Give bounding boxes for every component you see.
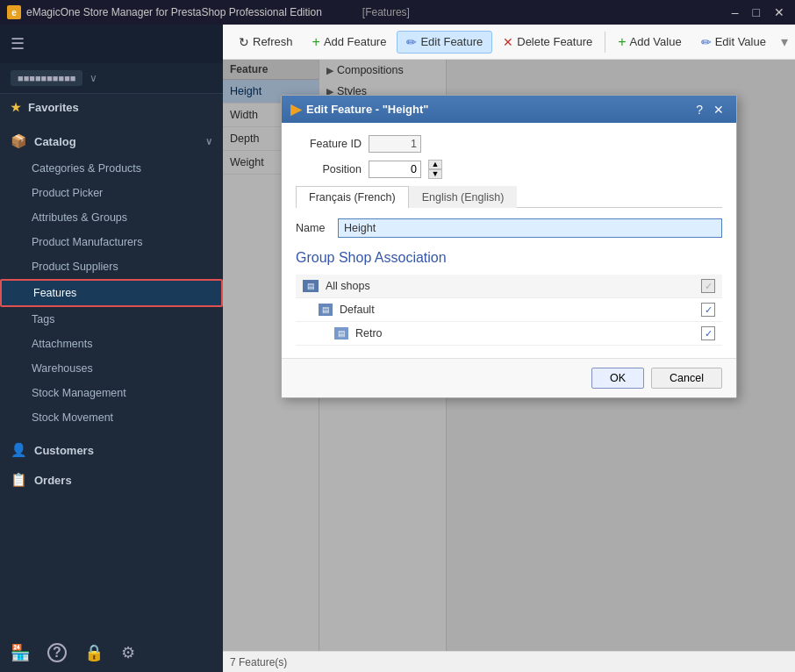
content-area: ↻ Refresh + Add Feature ✏ Edit Feature ✕… <box>223 25 795 672</box>
sidebar: ☰ ■■■■■■■■■■ ∨ ★ Favorites 📦 Catalog ∨ C… <box>0 25 223 672</box>
retro-shop-icon: ▤ <box>334 327 348 340</box>
sidebar-item-warehouses[interactable]: Warehouses <box>0 356 223 381</box>
default-shop-checkbox[interactable] <box>701 303 715 317</box>
minimize-button[interactable]: – <box>728 5 742 19</box>
help-icon[interactable]: ? <box>47 643 67 662</box>
retro-shop-checkbox[interactable] <box>701 326 715 340</box>
features-label: Features <box>33 287 76 299</box>
position-label: Position <box>296 163 362 175</box>
maximize-button[interactable]: □ <box>749 5 763 19</box>
settings-icon[interactable]: ⚙ <box>121 643 135 662</box>
orders-label: Orders <box>34 474 72 487</box>
modal-logo-icon: ▶ <box>290 101 301 118</box>
edit-feature-modal: ▶ Edit Feature - "Height" ? ✕ Feature ID <box>281 95 737 398</box>
refresh-label: Refresh <box>253 35 293 48</box>
all-shops-icon: ▤ <box>303 280 319 292</box>
star-icon: ★ <box>11 101 21 114</box>
favorites-label: Favorites <box>28 101 79 114</box>
feature-panel: Feature Height Width Depth Weight ▶ Comp… <box>223 60 795 651</box>
default-shop-icon: ▤ <box>319 304 333 316</box>
sidebar-item-features[interactable]: Features <box>0 279 223 307</box>
refresh-icon: ↻ <box>239 35 249 49</box>
store-icon[interactable]: 🏪 <box>11 643 30 662</box>
catalog-chevron-icon: ∨ <box>205 136 212 147</box>
position-input[interactable] <box>369 161 421 178</box>
sidebar-item-favorites[interactable]: ★ Favorites <box>0 94 223 121</box>
sidebar-item-orders[interactable]: 📋 Orders <box>0 465 223 495</box>
delete-feature-button[interactable]: ✕ Delete Feature <box>494 32 601 53</box>
edit-feature-button[interactable]: ✏ Edit Feature <box>397 31 492 54</box>
sidebar-item-categories[interactable]: Categories & Products <box>0 156 223 181</box>
sidebar-item-stock-movement[interactable]: Stock Movement <box>0 405 223 430</box>
all-shops-checkbox[interactable] <box>701 279 715 293</box>
close-button[interactable]: ✕ <box>770 5 788 19</box>
modal-title-actions: ? ✕ <box>692 103 727 117</box>
position-row: Position ▲ ▼ <box>296 160 722 179</box>
ok-button[interactable]: OK <box>591 368 644 389</box>
add-value-button[interactable]: + Add Value <box>609 31 690 54</box>
tags-label: Tags <box>32 313 54 325</box>
app-logo: e <box>7 5 21 19</box>
default-shop-label: Default <box>340 304 701 316</box>
toolbar: ↻ Refresh + Add Feature ✏ Edit Feature ✕… <box>223 25 795 60</box>
stock-management-label: Stock Management <box>32 387 126 399</box>
add-feature-icon: + <box>312 34 320 50</box>
stock-movement-label: Stock Movement <box>32 411 113 424</box>
modal-help-button[interactable]: ? <box>692 103 706 117</box>
sidebar-item-customers[interactable]: 👤 Customers <box>0 435 223 465</box>
customers-label: Customers <box>34 444 94 457</box>
hamburger-icon[interactable]: ☰ <box>11 34 25 54</box>
profile-chevron-icon[interactable]: ∨ <box>90 72 97 84</box>
sidebar-item-suppliers[interactable]: Product Suppliers <box>0 254 223 279</box>
french-tab-label: Français (French) <box>309 191 396 204</box>
status-bar: 7 Feature(s) <box>223 651 795 672</box>
lock-icon[interactable]: 🔒 <box>84 643 104 662</box>
title-bar-controls: – □ ✕ <box>728 5 788 19</box>
title-bar: e eMagicOne Store Manager for PrestaShop… <box>0 0 795 25</box>
tab-french[interactable]: Français (French) <box>296 186 409 208</box>
delete-feature-icon: ✕ <box>503 35 513 49</box>
sidebar-section-catalog[interactable]: 📦 Catalog ∨ <box>0 126 223 156</box>
add-feature-button[interactable]: + Add Feature <box>304 31 396 54</box>
feature-id-input[interactable] <box>369 135 421 153</box>
cancel-label: Cancel <box>670 372 704 384</box>
orders-icon: 📋 <box>11 472 27 488</box>
cancel-button[interactable]: Cancel <box>651 368 722 389</box>
edit-value-button[interactable]: ✏ Edit Value <box>692 32 775 53</box>
main-layout: ☰ ■■■■■■■■■■ ∨ ★ Favorites 📦 Catalog ∨ C… <box>0 25 795 672</box>
modal-title-left: ▶ Edit Feature - "Height" <box>290 101 428 118</box>
attachments-label: Attachments <box>32 338 92 350</box>
tab-english[interactable]: English (English) <box>409 186 518 208</box>
modal-footer: OK Cancel <box>282 358 736 397</box>
app-title: eMagicOne Store Manager for PrestaShop P… <box>26 6 322 18</box>
position-up-button[interactable]: ▲ <box>428 160 442 169</box>
title-bar-left: e eMagicOne Store Manager for PrestaShop… <box>7 5 410 19</box>
feature-id-row: Feature ID <box>296 135 722 153</box>
add-value-label: Add Value <box>630 35 682 48</box>
add-feature-label: Add Feature <box>324 35 387 48</box>
modal-close-button[interactable]: ✕ <box>710 103 727 117</box>
edit-value-label: Edit Value <box>715 35 766 48</box>
edit-feature-icon: ✏ <box>406 35 417 49</box>
edit-feature-label: Edit Feature <box>420 35 483 48</box>
position-down-button[interactable]: ▼ <box>428 169 442 179</box>
refresh-button[interactable]: ↻ Refresh <box>230 32 302 53</box>
sidebar-item-attributes[interactable]: Attributes & Groups <box>0 205 223 230</box>
delete-feature-label: Delete Feature <box>517 35 592 48</box>
modal-overlay: ▶ Edit Feature - "Height" ? ✕ Feature ID <box>223 60 795 651</box>
sidebar-item-attachments[interactable]: Attachments <box>0 332 223 356</box>
sidebar-item-tags[interactable]: Tags <box>0 307 223 332</box>
product-picker-label: Product Picker <box>32 187 103 199</box>
attributes-label: Attributes & Groups <box>32 211 127 224</box>
customers-icon: 👤 <box>11 442 27 458</box>
catalog-section: 📦 Catalog ∨ Categories & Products Produc… <box>0 121 223 435</box>
group-shop-title: Group Shop Association <box>296 250 722 266</box>
toolbar-more-icon[interactable]: ▾ <box>781 33 788 50</box>
all-shops-label: All shops <box>326 280 701 292</box>
shop-row-default: ▤ Default <box>296 298 722 322</box>
sidebar-item-manufacturers[interactable]: Product Manufacturers <box>0 230 223 254</box>
name-input[interactable] <box>338 218 722 238</box>
retro-shop-label: Retro <box>355 327 701 340</box>
sidebar-item-stock-management[interactable]: Stock Management <box>0 381 223 405</box>
sidebar-item-product-picker[interactable]: Product Picker <box>0 181 223 205</box>
